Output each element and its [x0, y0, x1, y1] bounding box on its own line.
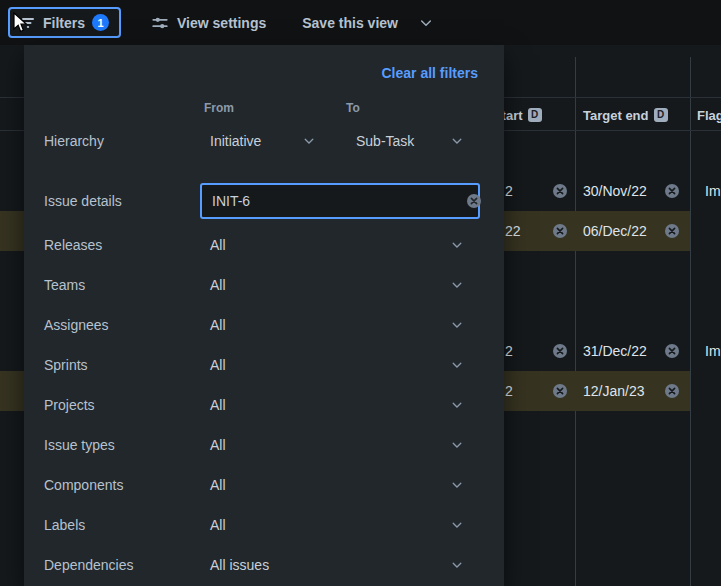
- projects-filter-row: Projects All: [36, 393, 492, 417]
- column-label: Flags: [697, 108, 721, 123]
- chevron-down-icon: [450, 478, 464, 492]
- date-value: 22: [505, 223, 521, 239]
- flag-cell[interactable]: [705, 211, 721, 251]
- chevron-down-icon: [450, 358, 464, 372]
- chevron-down-icon: [302, 134, 316, 148]
- target-end-cell[interactable]: 06/Dec/22: [583, 211, 680, 251]
- target-start-cell[interactable]: 2: [505, 331, 568, 371]
- filter-icon: [20, 15, 36, 31]
- filter-value: All: [210, 437, 226, 453]
- date-value: 31/Dec/22: [583, 343, 647, 359]
- filter-value: All: [210, 357, 226, 373]
- issue-details-input[interactable]: [200, 183, 480, 219]
- days-badge-icon: D: [654, 108, 668, 122]
- sprints-dropdown[interactable]: All: [200, 353, 470, 377]
- date-value: 30/Nov/22: [583, 183, 647, 199]
- range-column-headers: From To: [36, 101, 492, 125]
- target-start-cell[interactable]: 22: [505, 211, 568, 251]
- chevron-down-icon: [450, 278, 464, 292]
- flag-cell[interactable]: Im: [705, 331, 721, 371]
- column-divider: [690, 57, 691, 586]
- flag-value: Im: [705, 183, 721, 199]
- target-start-cell[interactable]: 2: [505, 371, 568, 411]
- dependencies-filter-row: Dependencies All issues: [36, 553, 492, 577]
- chevron-down-icon: [450, 558, 464, 572]
- flag-cell[interactable]: Im: [705, 171, 721, 211]
- clear-date-icon[interactable]: [552, 183, 568, 199]
- to-column-label: To: [346, 101, 360, 115]
- flag-value: Im: [705, 343, 721, 359]
- releases-dropdown[interactable]: All: [200, 233, 470, 257]
- filter-value: All: [210, 477, 226, 493]
- sprints-filter-row: Sprints All: [36, 353, 492, 377]
- hierarchy-to-dropdown[interactable]: Sub-Task: [346, 129, 470, 153]
- clear-date-icon[interactable]: [552, 383, 568, 399]
- chevron-down-icon: [450, 438, 464, 452]
- filter-value: All: [210, 397, 226, 413]
- teams-dropdown[interactable]: All: [200, 273, 470, 297]
- from-column-label: From: [204, 101, 234, 115]
- clear-date-icon[interactable]: [552, 223, 568, 239]
- toolbar: Filters 1 View settings Save this view: [0, 0, 721, 45]
- save-view-dropdown-button[interactable]: [418, 15, 434, 31]
- components-dropdown[interactable]: All: [200, 473, 470, 497]
- dependencies-dropdown[interactable]: All issues: [200, 553, 470, 577]
- filters-button[interactable]: Filters 1: [8, 7, 121, 38]
- date-value: 06/Dec/22: [583, 223, 647, 239]
- save-this-view-label: Save this view: [302, 15, 398, 31]
- releases-filter-row: Releases All: [36, 233, 492, 257]
- labels-dropdown[interactable]: All: [200, 513, 470, 537]
- clear-date-icon[interactable]: [664, 223, 680, 239]
- filter-label: Sprints: [44, 353, 88, 377]
- view-settings-button[interactable]: View settings: [151, 14, 266, 32]
- plans-timeline-screen: Target start D Target end D Flags 2 30/N…: [0, 0, 721, 586]
- filter-value: All: [210, 517, 226, 533]
- hierarchy-from-value: Initiative: [210, 133, 261, 149]
- teams-filter-row: Teams All: [36, 273, 492, 297]
- filter-value: All: [210, 277, 226, 293]
- assignees-filter-row: Assignees All: [36, 313, 492, 337]
- issue-types-filter-row: Issue types All: [36, 433, 492, 457]
- filter-value: All issues: [210, 557, 269, 573]
- clear-date-icon[interactable]: [664, 343, 680, 359]
- days-badge-icon: D: [528, 108, 542, 122]
- chevron-down-icon: [450, 134, 464, 148]
- filter-value: All: [210, 317, 226, 333]
- view-settings-label: View settings: [177, 15, 266, 31]
- issue-details-label: Issue details: [44, 183, 122, 219]
- hierarchy-to-value: Sub-Task: [356, 133, 414, 149]
- target-end-cell[interactable]: 30/Nov/22: [583, 171, 680, 211]
- target-start-cell[interactable]: 2: [505, 171, 568, 211]
- save-this-view-button[interactable]: Save this view: [302, 15, 398, 31]
- filter-label: Teams: [44, 273, 85, 297]
- filter-label: Projects: [44, 393, 95, 417]
- date-value: 2: [505, 343, 513, 359]
- column-header-flags: Flags: [697, 98, 721, 132]
- date-value: 2: [505, 183, 513, 199]
- filters-panel: Clear all filters From To Hierarchy Init…: [24, 45, 504, 586]
- column-divider: [575, 57, 576, 586]
- clear-date-icon[interactable]: [664, 383, 680, 399]
- labels-filter-row: Labels All: [36, 513, 492, 537]
- hierarchy-from-dropdown[interactable]: Initiative: [200, 129, 322, 153]
- components-filter-row: Components All: [36, 473, 492, 497]
- clear-input-icon[interactable]: [466, 193, 482, 213]
- flag-cell[interactable]: [705, 371, 721, 411]
- clear-all-filters-link[interactable]: Clear all filters: [382, 65, 479, 81]
- target-end-cell[interactable]: 31/Dec/22: [583, 331, 680, 371]
- issue-types-dropdown[interactable]: All: [200, 433, 470, 457]
- projects-dropdown[interactable]: All: [200, 393, 470, 417]
- filter-label: Releases: [44, 233, 102, 257]
- clear-date-icon[interactable]: [664, 183, 680, 199]
- chevron-down-icon: [450, 398, 464, 412]
- chevron-down-icon: [450, 318, 464, 332]
- chevron-down-icon: [418, 15, 434, 31]
- clear-date-icon[interactable]: [552, 343, 568, 359]
- hierarchy-label: Hierarchy: [44, 129, 104, 153]
- assignees-dropdown[interactable]: All: [200, 313, 470, 337]
- target-end-cell[interactable]: 12/Jan/23: [583, 371, 680, 411]
- filters-button-label: Filters: [43, 15, 85, 31]
- filter-label: Assignees: [44, 313, 109, 337]
- date-value: 12/Jan/23: [583, 383, 645, 399]
- filter-count-badge: 1: [92, 14, 109, 31]
